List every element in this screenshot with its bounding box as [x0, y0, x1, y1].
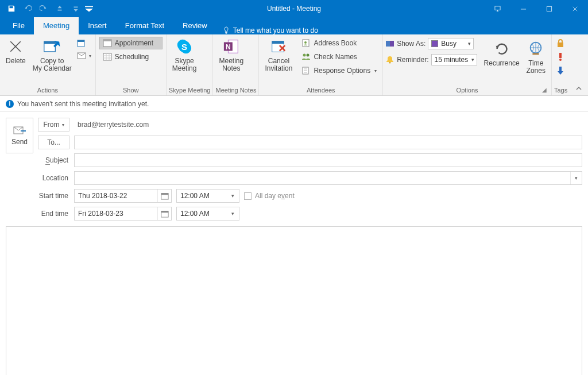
forward-dropdown[interactable]: ▾ — [75, 49, 93, 62]
copy-to-calendar-button[interactable]: Copy toMy Calendar — [29, 36, 75, 72]
title-bar: Untitled - Meeting — [0, 0, 588, 17]
recurrence-button[interactable]: Recurrence — [481, 38, 523, 67]
send-button[interactable]: Send — [6, 118, 33, 153]
onenote-icon: N — [223, 37, 240, 56]
cancel-invitation-button[interactable]: CancelInvitation — [261, 36, 296, 72]
info-icon: i — [6, 100, 14, 108]
minimize-icon[interactable] — [510, 0, 536, 17]
copy-to-calendar-icon — [43, 37, 61, 56]
chevron-down-icon: ▾ — [62, 122, 64, 127]
svg-rect-31 — [559, 53, 562, 58]
svg-rect-10 — [103, 53, 111, 60]
close-icon[interactable] — [562, 0, 588, 17]
info-message: You haven't sent this meeting invitation… — [17, 100, 149, 108]
chevron-down-icon[interactable]: ▾ — [226, 211, 239, 217]
meeting-notes-button[interactable]: N MeetingNotes — [215, 36, 247, 72]
composer: Send From ▾ brad@terrytestsite.com To...… — [0, 112, 588, 221]
time-zones-icon — [527, 39, 544, 59]
next-item-icon[interactable] — [68, 1, 84, 17]
subject-input[interactable] — [74, 153, 582, 167]
chevron-down-icon: ▾ — [470, 57, 475, 63]
address-book-button[interactable]: Address Book — [298, 37, 380, 49]
svg-rect-30 — [558, 42, 563, 47]
start-date-input[interactable]: Thu 2018-03-22 — [74, 189, 172, 203]
start-time-label: Start time — [38, 192, 69, 200]
group-actions: Delete Copy toMy Calendar — [0, 34, 96, 95]
chevron-down-icon[interactable]: ▾ — [226, 193, 239, 199]
svg-point-22 — [303, 54, 306, 57]
tell-me[interactable]: Tell me what you want to do — [216, 26, 318, 34]
svg-rect-34 — [21, 130, 26, 132]
end-time-input[interactable]: 12:00 AM ▾ — [176, 207, 239, 221]
group-notes: N MeetingNotes Meeting Notes — [213, 34, 259, 95]
high-importance-button[interactable] — [556, 51, 564, 63]
busy-swatch-icon — [431, 40, 438, 47]
maximize-icon[interactable] — [536, 0, 562, 17]
show-as-combo[interactable]: Busy ▾ — [428, 38, 474, 49]
undo-icon[interactable] — [20, 1, 36, 17]
all-day-checkbox[interactable]: All day event — [244, 192, 295, 200]
svg-rect-4 — [44, 41, 55, 44]
response-options-button[interactable]: Response Options ▾ — [298, 64, 380, 77]
svg-text:S: S — [181, 42, 187, 52]
to-input[interactable] — [74, 136, 582, 149]
svg-rect-29 — [533, 53, 539, 55]
reminder-icon — [385, 55, 394, 64]
end-date-input[interactable]: Fri 2018-03-23 — [74, 207, 172, 221]
location-row: Location ▾ — [38, 171, 582, 185]
group-tags: Tags — [552, 34, 570, 95]
group-label-attendees: Attendees — [261, 86, 380, 95]
chevron-down-icon[interactable]: ▾ — [570, 172, 582, 184]
tab-meeting[interactable]: Meeting — [34, 17, 79, 34]
group-skype: S SkypeMeeting Skype Meeting — [167, 34, 214, 95]
location-combo[interactable]: ▾ — [74, 171, 582, 185]
private-button[interactable] — [556, 37, 564, 49]
skype-meeting-button[interactable]: S SkypeMeeting — [169, 36, 200, 72]
svg-rect-0 — [495, 6, 500, 9]
svg-point-21 — [304, 41, 307, 44]
low-importance-button[interactable] — [556, 64, 564, 77]
collapse-ribbon-icon[interactable] — [575, 85, 583, 93]
redo-icon[interactable] — [36, 1, 52, 17]
tab-review[interactable]: Review — [173, 17, 216, 34]
check-names-button[interactable]: Check Names — [298, 51, 380, 63]
group-show: Appointment Scheduling Show — [96, 34, 167, 95]
subject-row: Subject — [38, 153, 582, 167]
delete-button[interactable]: Delete — [2, 36, 29, 65]
appointment-icon — [103, 38, 112, 48]
tab-insert[interactable]: Insert — [79, 17, 116, 34]
prev-item-icon[interactable] — [52, 1, 68, 17]
calendar-picker-icon[interactable] — [157, 190, 171, 202]
svg-rect-6 — [78, 40, 84, 42]
end-time-label: End time — [38, 210, 69, 218]
tell-me-label: Tell me what you want to do — [233, 26, 318, 34]
location-input[interactable] — [75, 172, 570, 184]
time-zones-button[interactable]: TimeZones — [523, 38, 549, 75]
location-label: Location — [38, 174, 69, 182]
dialog-launcher-icon[interactable]: ◢ — [541, 87, 548, 94]
body-textarea[interactable] — [6, 226, 582, 375]
reminder-combo[interactable]: 15 minutes ▾ — [431, 54, 477, 65]
appointment-button[interactable]: Appointment — [99, 37, 163, 49]
from-button[interactable]: From ▾ — [38, 118, 69, 132]
save-icon[interactable] — [3, 1, 20, 17]
qat-customize-icon[interactable] — [84, 1, 94, 17]
scheduling-button[interactable]: Scheduling — [99, 51, 163, 63]
to-button[interactable]: To... — [38, 136, 69, 149]
svg-point-27 — [389, 62, 391, 64]
delete-icon — [7, 37, 24, 56]
tab-file[interactable]: File — [3, 17, 34, 34]
window-controls — [485, 0, 588, 17]
lock-icon — [556, 38, 564, 48]
start-time-input[interactable]: 12:00 AM ▾ — [176, 189, 239, 203]
calendar-picker-icon[interactable] — [157, 207, 171, 220]
tab-format-text[interactable]: Format Text — [116, 17, 173, 34]
group-attendees: CancelInvitation Address Book Check Name… — [259, 34, 383, 95]
show-as-label: Show As: — [397, 40, 425, 48]
ribbon-display-icon[interactable] — [485, 0, 510, 17]
cancel-invitation-icon — [270, 37, 287, 56]
svg-rect-1 — [521, 9, 526, 9]
send-icon — [13, 125, 26, 136]
forward-button[interactable] — [75, 37, 93, 49]
quick-access-toolbar — [0, 1, 94, 17]
